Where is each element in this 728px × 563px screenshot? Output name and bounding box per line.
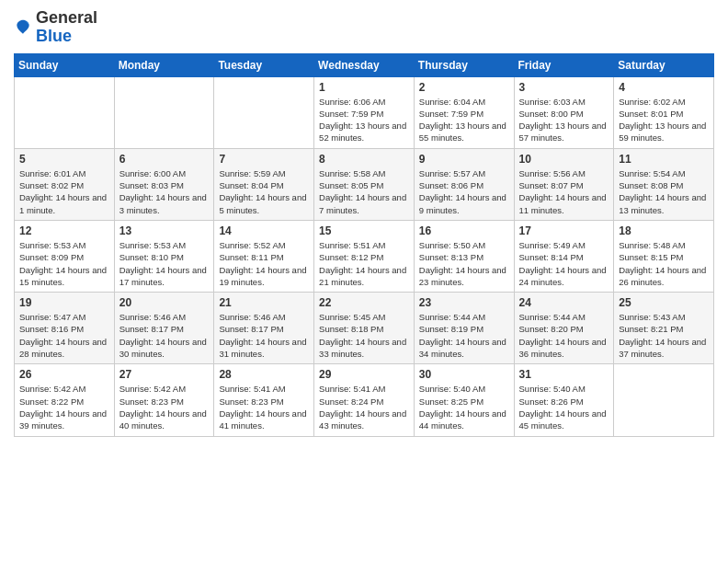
day-number: 27 (119, 368, 210, 381)
calendar-body: 1Sunrise: 6:06 AM Sunset: 7:59 PM Daylig… (15, 76, 714, 436)
calendar-cell: 3Sunrise: 6:03 AM Sunset: 8:00 PM Daylig… (514, 76, 614, 148)
day-content: Sunrise: 5:42 AM Sunset: 8:22 PM Dayligh… (19, 383, 109, 431)
day-content: Sunrise: 5:44 AM Sunset: 8:19 PM Dayligh… (419, 311, 509, 360)
day-number: 6 (119, 153, 210, 166)
day-number: 1 (319, 81, 409, 94)
day-content: Sunrise: 6:02 AM Sunset: 8:01 PM Dayligh… (619, 96, 709, 144)
calendar-cell: 19Sunrise: 5:47 AM Sunset: 8:16 PM Dayli… (15, 293, 115, 364)
day-number: 16 (419, 224, 509, 237)
calendar-cell: 28Sunrise: 5:41 AM Sunset: 8:23 PM Dayli… (214, 364, 314, 436)
calendar-week-row: 12Sunrise: 5:53 AM Sunset: 8:09 PM Dayli… (15, 220, 714, 292)
day-content: Sunrise: 5:41 AM Sunset: 8:23 PM Dayligh… (219, 383, 309, 431)
calendar-week-row: 5Sunrise: 6:01 AM Sunset: 8:02 PM Daylig… (15, 148, 714, 220)
calendar-cell: 12Sunrise: 5:53 AM Sunset: 8:09 PM Dayli… (15, 220, 115, 292)
logo-text: GeneralBlue (36, 9, 97, 46)
day-content: Sunrise: 5:50 AM Sunset: 8:13 PM Dayligh… (419, 239, 509, 288)
day-number: 26 (19, 368, 109, 381)
calendar-cell: 10Sunrise: 5:56 AM Sunset: 8:07 PM Dayli… (514, 148, 614, 220)
calendar-cell: 7Sunrise: 5:59 AM Sunset: 8:04 PM Daylig… (214, 148, 314, 220)
day-content: Sunrise: 5:57 AM Sunset: 8:06 PM Dayligh… (419, 167, 509, 216)
day-content: Sunrise: 5:52 AM Sunset: 8:11 PM Dayligh… (219, 239, 309, 288)
logo-general: General (36, 9, 97, 28)
page-header: GeneralBlue (14, 9, 714, 46)
day-number: 24 (519, 296, 609, 309)
day-content: Sunrise: 5:46 AM Sunset: 8:17 PM Dayligh… (119, 311, 210, 360)
logo-icon (14, 18, 32, 37)
calendar-header-sunday: Sunday (15, 53, 115, 76)
day-number: 14 (219, 224, 309, 237)
day-content: Sunrise: 5:51 AM Sunset: 8:12 PM Dayligh… (319, 239, 409, 288)
day-content: Sunrise: 5:54 AM Sunset: 8:08 PM Dayligh… (619, 167, 709, 216)
calendar-cell: 26Sunrise: 5:42 AM Sunset: 8:22 PM Dayli… (15, 364, 115, 436)
calendar-cell: 14Sunrise: 5:52 AM Sunset: 8:11 PM Dayli… (214, 220, 314, 292)
calendar-header-thursday: Thursday (414, 53, 514, 76)
day-number: 5 (19, 153, 109, 166)
calendar-cell: 5Sunrise: 6:01 AM Sunset: 8:02 PM Daylig… (15, 148, 115, 220)
calendar-week-row: 26Sunrise: 5:42 AM Sunset: 8:22 PM Dayli… (15, 364, 714, 436)
calendar-cell: 1Sunrise: 6:06 AM Sunset: 7:59 PM Daylig… (314, 76, 415, 148)
day-number: 31 (519, 368, 609, 381)
day-content: Sunrise: 5:44 AM Sunset: 8:20 PM Dayligh… (519, 311, 609, 360)
day-number: 10 (519, 153, 609, 166)
day-number: 19 (19, 296, 109, 309)
calendar-week-row: 19Sunrise: 5:47 AM Sunset: 8:16 PM Dayli… (15, 293, 714, 364)
calendar-cell: 22Sunrise: 5:45 AM Sunset: 8:18 PM Dayli… (314, 293, 415, 364)
calendar-header-tuesday: Tuesday (214, 53, 314, 76)
day-content: Sunrise: 5:53 AM Sunset: 8:10 PM Dayligh… (119, 239, 210, 288)
calendar-cell (614, 364, 714, 436)
logo-blue: Blue (36, 28, 97, 46)
day-number: 13 (119, 224, 210, 237)
logo: GeneralBlue (14, 9, 97, 46)
calendar-cell: 18Sunrise: 5:48 AM Sunset: 8:15 PM Dayli… (614, 220, 714, 292)
calendar-cell: 17Sunrise: 5:49 AM Sunset: 8:14 PM Dayli… (514, 220, 614, 292)
day-content: Sunrise: 5:58 AM Sunset: 8:05 PM Dayligh… (319, 167, 409, 216)
day-content: Sunrise: 5:40 AM Sunset: 8:26 PM Dayligh… (519, 383, 609, 431)
calendar-table: SundayMondayTuesdayWednesdayThursdayFrid… (14, 53, 714, 437)
day-number: 3 (519, 81, 609, 94)
calendar-cell: 21Sunrise: 5:46 AM Sunset: 8:17 PM Dayli… (214, 293, 314, 364)
day-content: Sunrise: 5:59 AM Sunset: 8:04 PM Dayligh… (219, 167, 309, 216)
calendar-cell: 16Sunrise: 5:50 AM Sunset: 8:13 PM Dayli… (414, 220, 514, 292)
day-number: 21 (219, 296, 309, 309)
day-content: Sunrise: 5:49 AM Sunset: 8:14 PM Dayligh… (519, 239, 609, 288)
day-content: Sunrise: 6:01 AM Sunset: 8:02 PM Dayligh… (19, 167, 109, 216)
day-number: 15 (319, 224, 409, 237)
calendar-cell: 13Sunrise: 5:53 AM Sunset: 8:10 PM Dayli… (114, 220, 214, 292)
day-number: 17 (519, 224, 609, 237)
calendar-cell: 29Sunrise: 5:41 AM Sunset: 8:24 PM Dayli… (314, 364, 415, 436)
day-content: Sunrise: 5:40 AM Sunset: 8:25 PM Dayligh… (419, 383, 509, 431)
day-number: 4 (619, 81, 709, 94)
day-number: 2 (419, 81, 509, 94)
calendar-cell: 20Sunrise: 5:46 AM Sunset: 8:17 PM Dayli… (114, 293, 214, 364)
day-content: Sunrise: 6:00 AM Sunset: 8:03 PM Dayligh… (119, 167, 210, 216)
calendar-header-friday: Friday (514, 53, 614, 76)
day-number: 18 (619, 224, 709, 237)
calendar-cell: 31Sunrise: 5:40 AM Sunset: 8:26 PM Dayli… (514, 364, 614, 436)
calendar-header-monday: Monday (114, 53, 214, 76)
day-content: Sunrise: 5:47 AM Sunset: 8:16 PM Dayligh… (19, 311, 109, 360)
calendar-header-row: SundayMondayTuesdayWednesdayThursdayFrid… (15, 53, 714, 76)
calendar-header-wednesday: Wednesday (314, 53, 415, 76)
day-content: Sunrise: 5:46 AM Sunset: 8:17 PM Dayligh… (219, 311, 309, 360)
day-content: Sunrise: 5:45 AM Sunset: 8:18 PM Dayligh… (319, 311, 409, 360)
calendar-cell: 9Sunrise: 5:57 AM Sunset: 8:06 PM Daylig… (414, 148, 514, 220)
calendar-cell: 27Sunrise: 5:42 AM Sunset: 8:23 PM Dayli… (114, 364, 214, 436)
day-content: Sunrise: 6:03 AM Sunset: 8:00 PM Dayligh… (519, 96, 609, 144)
day-number: 29 (319, 368, 409, 381)
calendar-cell (114, 76, 214, 148)
calendar-cell (214, 76, 314, 148)
day-number: 11 (619, 153, 709, 166)
calendar-cell: 4Sunrise: 6:02 AM Sunset: 8:01 PM Daylig… (614, 76, 714, 148)
calendar-cell: 8Sunrise: 5:58 AM Sunset: 8:05 PM Daylig… (314, 148, 415, 220)
calendar-cell: 23Sunrise: 5:44 AM Sunset: 8:19 PM Dayli… (414, 293, 514, 364)
calendar-cell: 25Sunrise: 5:43 AM Sunset: 8:21 PM Dayli… (614, 293, 714, 364)
day-content: Sunrise: 6:04 AM Sunset: 7:59 PM Dayligh… (419, 96, 509, 144)
day-number: 8 (319, 153, 409, 166)
calendar-cell: 30Sunrise: 5:40 AM Sunset: 8:25 PM Dayli… (414, 364, 514, 436)
day-number: 9 (419, 153, 509, 166)
day-content: Sunrise: 5:53 AM Sunset: 8:09 PM Dayligh… (19, 239, 109, 288)
day-content: Sunrise: 5:43 AM Sunset: 8:21 PM Dayligh… (619, 311, 709, 360)
day-number: 30 (419, 368, 509, 381)
day-number: 12 (19, 224, 109, 237)
calendar-cell (15, 76, 115, 148)
